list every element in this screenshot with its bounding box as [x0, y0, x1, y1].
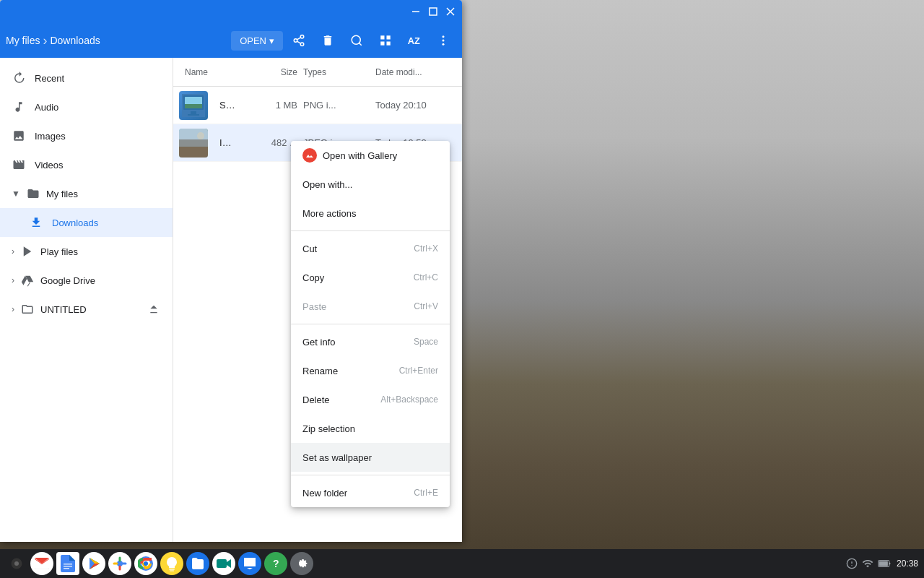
menu-item-get-info[interactable]: Get info Space: [291, 327, 450, 356]
sidebar-item-images[interactable]: Images: [0, 121, 173, 150]
sidebar-gdrive-label: Google Drive: [40, 275, 95, 286]
taskbar-settings-icon[interactable]: [290, 552, 313, 575]
taskbar-photos-icon[interactable]: [108, 552, 131, 575]
delete-button[interactable]: [315, 27, 341, 53]
svg-point-42: [144, 561, 148, 566]
menu-item-new-folder[interactable]: New folder Ctrl+E: [291, 478, 450, 507]
sidebar-item-recent[interactable]: Recent: [0, 64, 173, 92]
playfiles-icon: [20, 244, 35, 259]
eject-icon[interactable]: [147, 302, 161, 316]
svg-rect-24: [191, 111, 196, 114]
col-date-header[interactable]: Date modi...: [370, 67, 456, 77]
get-info-shortcut: Space: [414, 337, 438, 347]
taskbar-mic-icon[interactable]: [6, 553, 27, 574]
menu-item-open-gallery[interactable]: Open with Gallery: [291, 141, 450, 170]
playfiles-expand-icon: ›: [12, 246, 14, 256]
maximize-button[interactable]: [427, 6, 439, 17]
sidebar-audio-label: Audio: [35, 102, 58, 113]
file-size: 1 MB: [240, 100, 297, 111]
myfiles-icon: [26, 186, 40, 201]
svg-line-8: [297, 38, 300, 40]
menu-divider-2: [291, 324, 450, 324]
file-thumbnail: [179, 129, 208, 158]
svg-rect-25: [188, 114, 199, 116]
downloads-icon: [29, 215, 43, 230]
menu-item-cut[interactable]: Cut Ctrl+X: [291, 234, 450, 263]
delete-shortcut: Alt+Backspace: [380, 394, 438, 405]
sidebar-untitled-section[interactable]: › UNTITLED: [0, 295, 173, 324]
menu-item-delete[interactable]: Delete Alt+Backspace: [291, 385, 450, 414]
svg-point-9: [352, 35, 360, 44]
taskbar-messages-icon[interactable]: [238, 552, 261, 575]
more-menu-button[interactable]: [430, 27, 456, 53]
context-menu: Open with Gallery Open with... More acti…: [291, 141, 450, 507]
svg-marker-19: [24, 246, 32, 256]
taskbar-gmail-icon[interactable]: [30, 552, 53, 575]
rename-shortcut: Ctrl+Enter: [399, 366, 438, 376]
svg-rect-12: [387, 35, 391, 39]
sidebar-gdrive-section[interactable]: › Google Drive: [0, 266, 173, 295]
breadcrumb-child[interactable]: Downloads: [50, 35, 100, 46]
svg-rect-35: [64, 568, 69, 569]
menu-item-open-with[interactable]: Open with...: [291, 170, 450, 199]
breadcrumb: My files › Downloads: [6, 33, 228, 48]
grid-view-button[interactable]: [372, 27, 398, 53]
close-button[interactable]: [445, 6, 456, 17]
breadcrumb-root[interactable]: My files: [6, 35, 40, 46]
sidebar-item-audio[interactable]: Audio: [0, 92, 173, 121]
svg-point-6: [300, 43, 304, 46]
menu-item-copy[interactable]: Copy Ctrl+C: [291, 263, 450, 292]
search-button[interactable]: [344, 27, 370, 53]
cut-label: Cut: [302, 243, 317, 254]
sort-button[interactable]: AZ: [401, 27, 427, 53]
sidebar-item-downloads[interactable]: Downloads: [0, 208, 173, 237]
sidebar-myfiles-section[interactable]: ▼ My files: [0, 179, 173, 208]
taskbar-docs-icon[interactable]: [56, 552, 79, 575]
svg-point-5: [294, 39, 297, 43]
sidebar-recent-label: Recent: [35, 73, 64, 84]
col-size-header[interactable]: Size: [240, 67, 297, 77]
svg-rect-1: [430, 8, 437, 15]
taskbar-time: 20:38: [897, 558, 918, 569]
file-size: 482 ...: [240, 137, 297, 148]
open-with-label: Open with...: [302, 179, 352, 190]
breadcrumb-separator: ›: [43, 33, 47, 48]
new-folder-shortcut: Ctrl+E: [414, 488, 438, 498]
info-icon: [846, 558, 858, 569]
taskbar-lightbulb-icon[interactable]: [160, 552, 183, 575]
audio-icon: [12, 100, 26, 114]
get-info-label: Get info: [302, 337, 336, 348]
sidebar-playfiles-section[interactable]: › Play files: [0, 237, 173, 266]
menu-item-zip[interactable]: Zip selection: [291, 414, 450, 443]
battery-icon: [878, 558, 891, 569]
taskbar: ? 20:38: [0, 549, 924, 578]
menu-item-paste: Paste Ctrl+V: [291, 292, 450, 321]
menu-item-wallpaper[interactable]: Set as wallpaper: [291, 443, 450, 472]
svg-rect-53: [879, 561, 888, 566]
svg-rect-33: [64, 564, 72, 565]
taskbar-help-icon[interactable]: ?: [264, 552, 287, 575]
svg-point-16: [443, 35, 445, 38]
sidebar-downloads-label: Downloads: [52, 217, 98, 228]
menu-item-rename[interactable]: Rename Ctrl+Enter: [291, 356, 450, 385]
rename-label: Rename: [302, 366, 338, 376]
minimize-button[interactable]: [410, 6, 422, 17]
menu-item-more-actions[interactable]: More actions: [291, 199, 450, 228]
svg-point-29: [197, 132, 204, 139]
paste-shortcut: Ctrl+V: [414, 301, 438, 311]
col-name-header[interactable]: Name: [179, 67, 240, 77]
toolbar: My files › Downloads OPEN ▾: [0, 23, 462, 58]
copy-shortcut: Ctrl+C: [414, 272, 438, 282]
wallpaper-label: Set as wallpaper: [302, 452, 372, 463]
sidebar-item-videos[interactable]: Videos: [0, 150, 173, 179]
col-types-header[interactable]: Types: [297, 67, 370, 77]
open-dropdown-arrow: ▾: [269, 35, 274, 46]
share-button[interactable]: [286, 27, 312, 53]
open-button[interactable]: OPEN ▾: [231, 31, 283, 51]
title-bar: [0, 0, 462, 23]
taskbar-playstore-icon[interactable]: [82, 552, 105, 575]
taskbar-meet-icon[interactable]: [212, 552, 235, 575]
taskbar-files-icon[interactable]: [186, 552, 209, 575]
table-row[interactable]: Screenshot 2020-01-2... 1 MB PNG i... To…: [173, 87, 462, 124]
taskbar-chrome-icon[interactable]: [134, 552, 157, 575]
